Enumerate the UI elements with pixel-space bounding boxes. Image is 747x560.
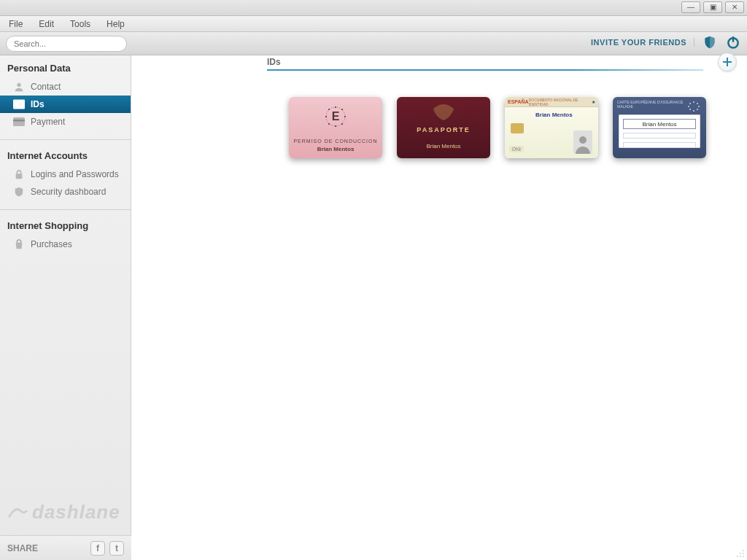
svg-point-17 — [335, 125, 336, 127]
coat-of-arms-icon — [397, 103, 490, 123]
window-titlebar: — ▣ ✕ — [0, 0, 747, 16]
svg-point-27 — [689, 109, 691, 110]
svg-rect-7 — [15, 106, 23, 107]
menubar: File Edit Tools Help — [0, 16, 747, 32]
search-input[interactable] — [6, 36, 127, 52]
window-maximize-button[interactable]: ▣ — [703, 1, 722, 13]
brand-logo: dashlane — [7, 501, 120, 524]
svg-rect-4 — [15, 101, 18, 104]
menu-edit[interactable]: Edit — [36, 18, 57, 31]
plus-icon — [722, 57, 732, 67]
sidebar-item-label: Security dashboard — [31, 187, 106, 197]
menu-help[interactable]: Help — [104, 18, 128, 31]
sidebar-item-label: Payment — [31, 117, 65, 127]
credit-card-icon — [13, 117, 25, 127]
svg-rect-1 — [732, 36, 735, 42]
dni-badge: DNI — [509, 146, 524, 152]
sidebar-item-security-dashboard[interactable]: Security dashboard — [0, 183, 131, 201]
svg-point-23 — [697, 103, 698, 104]
svg-point-15 — [344, 116, 346, 117]
svg-point-34 — [740, 556, 741, 557]
svg-point-25 — [697, 109, 698, 110]
sidebar-section-internet-shopping: Internet Shopping — [0, 213, 131, 236]
svg-point-21 — [579, 136, 587, 144]
svg-point-24 — [698, 106, 700, 107]
sidebar-item-label: Logins and Passwords — [31, 169, 119, 179]
svg-point-16 — [341, 123, 343, 125]
eu-stars-icon: E — [289, 104, 382, 129]
svg-point-26 — [693, 110, 694, 112]
window-close-button[interactable]: ✕ — [725, 1, 744, 13]
svg-point-18 — [328, 123, 330, 125]
card-driver-license[interactable]: E PERMISO DE CONDUCCION Brian Mentos — [289, 97, 382, 158]
lock-icon — [13, 169, 25, 179]
window-minimize-button[interactable]: — — [681, 1, 700, 13]
sidebar-section-internet-accounts: Internet Accounts — [0, 143, 131, 166]
sidebar-section-personal-data: Personal Data — [0, 55, 131, 78]
share-bar: SHARE f t — [0, 535, 131, 560]
svg-rect-5 — [18, 102, 23, 103]
svg-point-22 — [693, 101, 694, 103]
svg-rect-9 — [13, 120, 25, 122]
share-label: SHARE — [7, 543, 38, 553]
title-rule — [267, 69, 703, 71]
deer-icon — [7, 501, 28, 524]
svg-point-35 — [737, 556, 738, 557]
sidebar-item-logins[interactable]: Logins and Passwords — [0, 166, 131, 183]
invite-friends-link[interactable]: INVITE YOUR FRIENDS — [591, 38, 694, 47]
shield-icon[interactable] — [702, 34, 718, 50]
menu-tools[interactable]: Tools — [67, 18, 93, 31]
sidebar-item-purchases[interactable]: Purchases — [0, 236, 131, 253]
svg-point-31 — [743, 553, 744, 554]
card-passport[interactable]: PASAPORTE Brian Mentos — [397, 97, 490, 158]
svg-point-30 — [743, 550, 744, 551]
card-social-security[interactable]: CARTE EUROPÉENNE D'ASSURANCE MALADIE Bri… — [613, 97, 706, 158]
svg-point-33 — [743, 556, 744, 557]
card-header-label: CARTE EUROPÉENNE D'ASSURANCE MALADIE — [617, 100, 686, 109]
card-national-id[interactable]: ESPAÑA DOCUMENTO NACIONAL DE IDENTIDAD ★… — [505, 97, 598, 158]
resize-grip-icon[interactable] — [735, 548, 746, 559]
svg-point-20 — [328, 109, 330, 110]
sidebar-item-ids[interactable]: IDs — [0, 96, 131, 113]
card-holder-name: Brian Mentos — [623, 119, 696, 129]
power-icon[interactable] — [725, 34, 741, 50]
card-holder-name: Brian Mentos — [397, 143, 490, 149]
share-twitter-button[interactable]: t — [109, 541, 124, 556]
add-id-button[interactable] — [718, 52, 737, 71]
card-holder-name: Brian Mentos — [289, 146, 382, 152]
svg-text:E: E — [332, 110, 340, 122]
person-icon — [13, 82, 25, 92]
card-field-line — [623, 133, 696, 139]
sidebar-item-contact[interactable]: Contact — [0, 78, 131, 96]
svg-point-14 — [341, 109, 343, 110]
card-field-line — [623, 142, 696, 148]
svg-point-32 — [740, 553, 741, 554]
sidebar-item-label: IDs — [31, 99, 44, 109]
svg-rect-10 — [16, 174, 23, 179]
id-photo-placeholder — [573, 131, 592, 154]
svg-rect-8 — [13, 117, 25, 126]
page-title: IDs — [267, 57, 703, 69]
toolbar: INVITE YOUR FRIENDS — [0, 32, 747, 55]
eu-stars-small-icon: ★ — [592, 99, 595, 104]
shield-small-icon — [13, 187, 25, 197]
share-facebook-button[interactable]: f — [90, 541, 105, 556]
eu-stars-icon — [686, 100, 702, 109]
id-cards-grid: E PERMISO DE CONDUCCION Brian Mentos PAS… — [131, 71, 747, 158]
id-card-icon — [13, 99, 25, 109]
card-holder-name: Brian Mentos — [535, 112, 573, 118]
svg-point-19 — [325, 116, 327, 117]
card-strip-label: DOCUMENTO NACIONAL DE IDENTIDAD — [529, 98, 592, 106]
svg-point-29 — [689, 103, 691, 104]
sidebar-item-label: Contact — [31, 82, 61, 92]
card-type-label: PASAPORTE — [397, 126, 490, 133]
card-country-label: ESPAÑA — [508, 99, 529, 104]
main-content: IDs E PERMISO DE — [131, 55, 747, 560]
bag-icon — [13, 239, 25, 249]
menu-file[interactable]: File — [6, 18, 26, 31]
svg-point-2 — [17, 83, 20, 87]
svg-point-28 — [688, 106, 689, 107]
sidebar: Personal Data Contact IDs Payment Intern… — [0, 55, 131, 560]
svg-point-13 — [335, 106, 336, 108]
sidebar-item-payment[interactable]: Payment — [0, 113, 131, 131]
